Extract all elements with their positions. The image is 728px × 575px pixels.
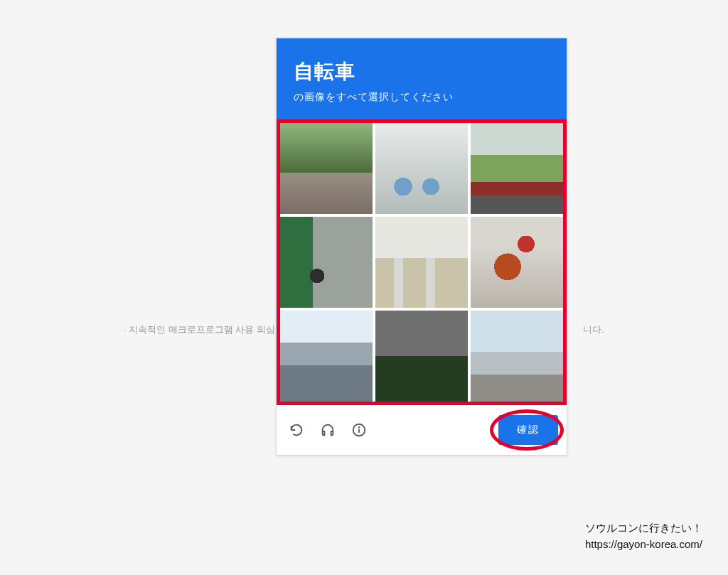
info-icon[interactable] — [345, 416, 373, 444]
reload-icon[interactable] — [282, 416, 311, 444]
captcha-instruction: の画像をすべて選択してください — [294, 91, 550, 104]
captcha-tile-9[interactable] — [471, 311, 563, 402]
captcha-header: 自転車 の画像をすべて選択してください — [277, 38, 567, 119]
captcha-tile-7[interactable] — [280, 311, 373, 402]
captcha-tile-6[interactable] — [471, 217, 563, 308]
captcha-tile-3[interactable] — [471, 123, 563, 214]
watermark-line1: ソウルコンに行きたい！ — [585, 520, 702, 537]
watermark-line2: https://gayon-korea.com/ — [585, 537, 702, 553]
verify-button[interactable]: 確認 — [498, 415, 558, 445]
captcha-tile-1[interactable] — [280, 123, 373, 214]
captcha-tile-5[interactable] — [375, 217, 468, 308]
svg-point-2 — [359, 427, 360, 428]
captcha-target-label: 自転車 — [294, 58, 550, 85]
headphones-icon[interactable] — [314, 416, 342, 444]
captcha-image-grid — [277, 119, 567, 405]
captcha-tile-4[interactable] — [280, 217, 373, 308]
captcha-footer: 確認 — [277, 405, 567, 455]
captcha-tile-2[interactable] — [375, 123, 468, 214]
captcha-panel: 自転車 の画像をすべて選択してください 確認 — [276, 38, 567, 456]
captcha-tile-8[interactable] — [375, 311, 468, 402]
watermark: ソウルコンに行きたい！ https://gayon-korea.com/ — [585, 520, 702, 552]
